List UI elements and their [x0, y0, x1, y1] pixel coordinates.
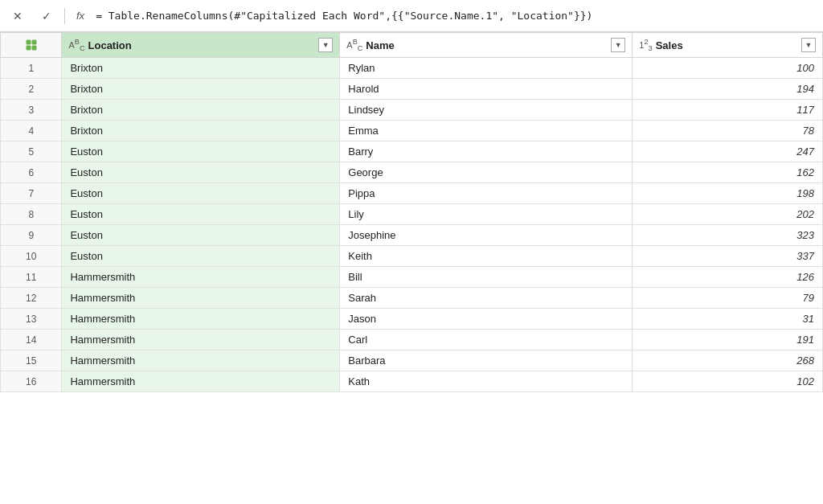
- name-cell: Sarah: [340, 288, 633, 309]
- formula-input[interactable]: [96, 10, 817, 22]
- sales-cell: 194: [633, 79, 823, 100]
- location-cell: Hammersmith: [62, 371, 340, 392]
- table-row: 14 Hammersmith Carl 191: [1, 330, 823, 350]
- name-cell: Rylan: [340, 58, 633, 79]
- location-cell: Euston: [62, 225, 340, 246]
- fx-label: fx: [72, 10, 89, 22]
- table-row: 2 Brixton Harold 194: [1, 79, 823, 100]
- row-number: 11: [1, 267, 62, 288]
- filter-button-sales[interactable]: ▼: [801, 38, 816, 52]
- location-cell: Euston: [62, 204, 340, 225]
- row-number: 4: [1, 121, 62, 141]
- sales-cell: 191: [633, 330, 823, 350]
- name-cell: George: [340, 162, 633, 183]
- row-number: 15: [1, 350, 62, 371]
- type-icon-name: ABC: [346, 38, 362, 52]
- name-cell: Barbara: [340, 350, 633, 371]
- sales-cell: 268: [633, 350, 823, 371]
- sales-cell: 198: [633, 183, 823, 204]
- sales-cell: 162: [633, 162, 823, 183]
- location-cell: Hammersmith: [62, 288, 340, 309]
- sales-cell: 79: [633, 288, 823, 309]
- name-cell: Lily: [340, 204, 633, 225]
- name-cell: Jason: [340, 309, 633, 330]
- name-cell: Bill: [340, 267, 633, 288]
- filter-button-name[interactable]: ▼: [611, 38, 625, 52]
- table-row: 6 Euston George 162: [1, 162, 823, 183]
- column-label-sales: Sales: [656, 39, 683, 51]
- sales-cell: 202: [633, 204, 823, 225]
- row-number: 2: [1, 79, 62, 100]
- name-cell: Josephine: [340, 225, 633, 246]
- sales-cell: 337: [633, 246, 823, 267]
- location-cell: Euston: [62, 246, 340, 267]
- name-cell: Lindsey: [340, 100, 633, 121]
- row-number: 10: [1, 246, 62, 267]
- sales-cell: 126: [633, 267, 823, 288]
- sales-cell: 117: [633, 100, 823, 121]
- sales-cell: 102: [633, 371, 823, 392]
- table-container: ABC Location ▼ ABC Name ▼ 123 Sales: [0, 32, 823, 504]
- type-icon-location: ABC: [68, 38, 84, 52]
- svg-rect-2: [27, 46, 31, 50]
- table-row: 16 Hammersmith Kath 102: [1, 371, 823, 392]
- table-row: 10 Euston Keith 337: [1, 246, 823, 267]
- sales-cell: 247: [633, 141, 823, 162]
- table-row: 7 Euston Pippa 198: [1, 183, 823, 204]
- name-cell: Barry: [340, 141, 633, 162]
- location-cell: Brixton: [62, 58, 340, 79]
- row-number: 12: [1, 288, 62, 309]
- name-cell: Keith: [340, 246, 633, 267]
- sales-cell: 100: [633, 58, 823, 79]
- column-header-name[interactable]: ABC Name ▼: [340, 33, 633, 58]
- cancel-button[interactable]: ✕: [6, 5, 29, 27]
- location-cell: Brixton: [62, 79, 340, 100]
- table-row: 12 Hammersmith Sarah 79: [1, 288, 823, 309]
- corner-cell: [1, 33, 62, 58]
- name-cell: Carl: [340, 330, 633, 350]
- row-number: 6: [1, 162, 62, 183]
- location-cell: Euston: [62, 141, 340, 162]
- formula-divider: [64, 8, 65, 24]
- data-table: ABC Location ▼ ABC Name ▼ 123 Sales: [0, 32, 823, 392]
- location-cell: Hammersmith: [62, 309, 340, 330]
- location-cell: Euston: [62, 183, 340, 204]
- type-icon-sales: 123: [639, 38, 652, 52]
- column-header-sales[interactable]: 123 Sales ▼: [633, 33, 823, 58]
- table-row: 4 Brixton Emma 78: [1, 121, 823, 141]
- row-number: 9: [1, 225, 62, 246]
- row-number: 3: [1, 100, 62, 121]
- name-cell: Pippa: [340, 183, 633, 204]
- name-cell: Harold: [340, 79, 633, 100]
- confirm-button[interactable]: ✓: [35, 5, 58, 27]
- filter-button-location[interactable]: ▼: [318, 38, 333, 52]
- column-label-name: Name: [366, 39, 394, 51]
- table-row: 11 Hammersmith Bill 126: [1, 267, 823, 288]
- location-cell: Brixton: [62, 100, 340, 121]
- location-cell: Brixton: [62, 121, 340, 141]
- table-row: 5 Euston Barry 247: [1, 141, 823, 162]
- sales-cell: 78: [633, 121, 823, 141]
- sales-cell: 323: [633, 225, 823, 246]
- table-row: 15 Hammersmith Barbara 268: [1, 350, 823, 371]
- column-header-location[interactable]: ABC Location ▼: [62, 33, 340, 58]
- table-row: 9 Euston Josephine 323: [1, 225, 823, 246]
- svg-rect-0: [27, 40, 31, 44]
- column-label-location: Location: [88, 39, 132, 51]
- row-number: 14: [1, 330, 62, 350]
- location-cell: Hammersmith: [62, 350, 340, 371]
- name-cell: Emma: [340, 121, 633, 141]
- table-row: 13 Hammersmith Jason 31: [1, 309, 823, 330]
- row-number: 8: [1, 204, 62, 225]
- table-row: 8 Euston Lily 202: [1, 204, 823, 225]
- row-number: 5: [1, 141, 62, 162]
- row-number: 7: [1, 183, 62, 204]
- sales-cell: 31: [633, 309, 823, 330]
- table-row: 3 Brixton Lindsey 117: [1, 100, 823, 121]
- location-cell: Euston: [62, 162, 340, 183]
- svg-rect-3: [32, 46, 36, 50]
- row-number: 1: [1, 58, 62, 79]
- name-cell: Kath: [340, 371, 633, 392]
- svg-rect-1: [32, 40, 36, 44]
- formula-bar: ✕ ✓ fx: [0, 0, 823, 32]
